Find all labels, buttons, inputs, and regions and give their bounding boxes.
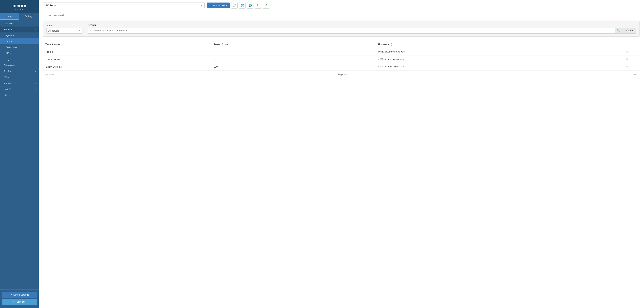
logo: bicom [12, 3, 26, 8]
sidebar-item-lcr[interactable]: LCR [0, 92, 38, 98]
table-row: CC660 - cc660.bicomsystems.com ✎ [43, 48, 640, 56]
sort-icons-tenant-code[interactable]: ▲ ▼ [229, 43, 231, 46]
col-hostname: Hostname ▲ ▼ [376, 41, 631, 48]
chevron-right-icon-routes: › [35, 88, 36, 90]
cell-hostname: cc660.bicomsystems.com ✎ [376, 48, 631, 56]
server-filter-group: Server All servers [46, 24, 82, 34]
col-tenant-name: Tenant Name ▲ ▼ [43, 41, 211, 48]
search-icon: 🔍 [617, 29, 620, 32]
sidebar-item-tenants[interactable]: Tenants [0, 38, 38, 44]
globe-button[interactable]: 🌐 [239, 2, 246, 9]
table-row: Master Tenant - mt01.bicomsystems.com ✎ [43, 56, 640, 63]
refresh-button-1[interactable]: ↻ [255, 2, 262, 9]
sidebar-item-trunks[interactable]: Trunks › [0, 68, 38, 74]
globe-alt-button[interactable]: 🌍 [247, 2, 254, 9]
cell-edit [631, 63, 640, 70]
sidebar-item-systems[interactable]: Systems [0, 32, 38, 38]
table-header-row: Tenant Name ▲ ▼ Tenant Code ▲ ▼ [43, 41, 640, 48]
search-button[interactable]: Search [622, 28, 636, 34]
table-body: CC660 - cc660.bicomsystems.com ✎ Master … [43, 48, 640, 70]
col-tenant-code: Tenant Code ▲ ▼ [211, 41, 376, 48]
main-area: VPSPortal 👤 Administrator 🕐 🌐 🌍 ↻ ↺ [38, 0, 644, 308]
cell-tenant-name: Bicom Systems [43, 63, 211, 70]
sidebar-item-monitor[interactable]: Monitor › [0, 80, 38, 86]
sort-asc-icon: ▲ [391, 43, 392, 44]
chevron-right-icon-monitor: › [35, 82, 36, 84]
chevron-down-icon: ▾ [35, 28, 36, 31]
csv-download-link[interactable]: ⬇ CSV Download [43, 14, 640, 17]
sidebar: bicom SYSTEMS Home Settings Dashboard Ex… [0, 0, 38, 308]
tab-settings[interactable]: Settings [19, 13, 38, 20]
vps-portal-select[interactable]: VPSPortal [42, 2, 204, 8]
cell-tenant-name: CC660 [43, 48, 211, 56]
admin-settings-button[interactable]: ⚙ Admin Settings [2, 292, 37, 298]
sort-icons-hostname[interactable]: ▲ ▼ [391, 43, 392, 46]
search-group: Search 🔍 Search [88, 24, 636, 34]
sidebar-item-dashboard[interactable]: Dashboard [0, 20, 38, 26]
clock-icon: 🕐 [232, 4, 236, 7]
topbar-actions: 👤 Administrator 🕐 🌐 🌍 ↻ ↺ [207, 2, 269, 9]
refresh-button-2[interactable]: ↺ [263, 2, 269, 9]
refresh-icon: ↻ [257, 4, 259, 7]
cell-tenant-name: Master Tenant [43, 56, 211, 63]
sort-desc-icon: ▼ [391, 44, 392, 46]
globe-icon: 🌐 [240, 4, 244, 7]
search-input[interactable] [88, 28, 614, 34]
cell-hostname: mt01.bicomsystems.com ✎ [376, 56, 631, 63]
search-row: 🔍 Search [88, 28, 636, 34]
sidebar-item-dids-sub[interactable]: DIDs [0, 50, 38, 56]
cell-edit [631, 56, 640, 63]
search-label: Search [88, 24, 636, 26]
sort-icons-tenant-name[interactable]: ▲ ▼ [61, 43, 63, 46]
sort-asc-icon: ▲ [61, 43, 63, 44]
tenants-table: Tenant Name ▲ ▼ Tenant Code ▲ ▼ [43, 41, 640, 70]
gear-icon: ⚙ [10, 294, 12, 296]
clock-button[interactable]: 🕐 [231, 2, 238, 9]
pagination-row: ‹ previous Page 1 of 1 next › [43, 70, 640, 76]
previous-page-link[interactable]: ‹ previous [44, 73, 54, 76]
refresh-icon-2: ↺ [265, 4, 267, 7]
globe-alt-icon: 🌍 [248, 4, 252, 7]
edit-icon[interactable]: ✎ [626, 65, 628, 68]
cell-tenant-code: 200 [211, 63, 376, 70]
sign-out-button[interactable]: ↪ Sign out [2, 299, 37, 305]
sidebar-item-extensions-sub[interactable]: Extensions [0, 44, 38, 50]
server-select[interactable]: All servers [46, 28, 82, 34]
logo-sub: SYSTEMS [12, 9, 26, 10]
administrator-button[interactable]: 👤 Administrator [207, 2, 230, 8]
edit-icon[interactable]: ✎ [626, 50, 628, 54]
page-info: Page 1 of 1 [338, 73, 350, 76]
sidebar-item-external[interactable]: External ▾ [0, 26, 38, 32]
filter-bar: Server All servers Search 🔍 Search [43, 20, 640, 36]
sidebar-item-extensions[interactable]: Extensions [0, 62, 38, 68]
cell-hostname: mt01.bicomsystems.com ✎ [376, 63, 631, 70]
table-row: Bicom Systems 200 mt01.bicomsystems.com … [43, 63, 640, 70]
sidebar-bottom: ⚙ Admin Settings ↪ Sign out [0, 290, 38, 308]
download-icon: ⬇ [43, 14, 45, 17]
sidebar-nav: Dashboard External ▾ Systems Tenants Ext… [0, 20, 38, 290]
sidebar-item-dids[interactable]: DIDs [0, 74, 38, 80]
logo-area: bicom SYSTEMS [0, 0, 38, 13]
sort-asc-icon: ▲ [229, 43, 231, 44]
sidebar-item-logs-sub[interactable]: Logs [0, 56, 38, 62]
col-actions [631, 41, 640, 48]
edit-icon[interactable]: ✎ [626, 58, 628, 61]
content-area: ⬇ CSV Download Server All servers Search… [38, 11, 644, 308]
next-page-link[interactable]: next › [633, 73, 639, 76]
tab-home[interactable]: Home [0, 13, 19, 20]
nav-tabs: Home Settings [0, 13, 38, 20]
cell-tenant-code: - [211, 56, 376, 63]
topbar: VPSPortal 👤 Administrator 🕐 🌐 🌍 ↻ ↺ [38, 0, 644, 11]
sort-desc-icon: ▼ [229, 44, 231, 46]
sidebar-item-routes[interactable]: Routes › [0, 86, 38, 92]
search-icon-button[interactable]: 🔍 [614, 28, 622, 34]
sort-desc-icon: ▼ [61, 44, 63, 46]
user-icon: 👤 [209, 4, 212, 7]
server-label: Server [46, 24, 82, 27]
chevron-right-icon: › [35, 70, 36, 72]
cell-edit [631, 48, 640, 56]
signout-icon: ↪ [13, 300, 15, 303]
cell-tenant-code: - [211, 48, 376, 56]
